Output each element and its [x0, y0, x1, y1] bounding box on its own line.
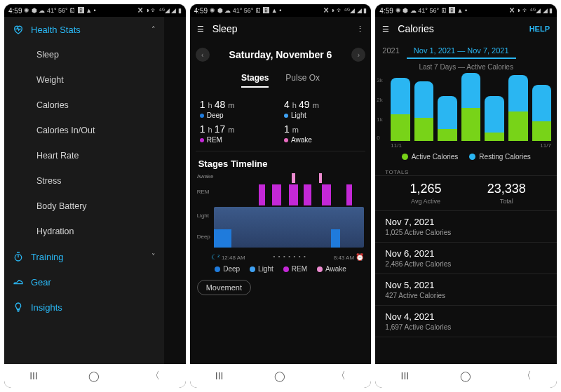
nav-recent-icon[interactable]: III — [215, 370, 224, 381]
calories-legend: Active Calories Resting Calories — [375, 149, 557, 165]
timeline-x-axis: ☾ᶻ 12:48 AM • • • • • • • 8:43 AM ⏰ — [196, 252, 366, 261]
stage-summary: 1 h 48 m Deep 4 h 49 m Light 1 h 17 m RE… — [196, 95, 366, 151]
page-title: Sleep — [212, 23, 238, 34]
stage-light: 4 h 49 m Light — [284, 99, 361, 119]
shoe-icon — [13, 276, 24, 288]
totals-header: TOTALS — [375, 165, 557, 175]
nav-back-icon[interactable]: 〈 — [336, 370, 346, 382]
dot-light — [284, 114, 288, 118]
stage-rem: 1 h 17 m REM — [200, 123, 277, 144]
appbar-sleep: ☰ Sleep ⋮ — [190, 17, 372, 41]
next-day-button[interactable]: › — [351, 48, 365, 62]
calories-chart[interactable]: 3k 2k 1k 0 — [375, 74, 557, 141]
panel-calories: 4:59 ✺ ⬢ ☁ 41° 56° 🗓 🅱 ▲ • ✕ ◗ ᯤ ⁴ᴳ◢ ◢ ▮… — [375, 4, 557, 388]
moon-icon: ☾ᶻ — [211, 253, 220, 261]
nav-sub-heart-rate[interactable]: Heart Rate — [4, 143, 164, 168]
nav-sub-calories-inout[interactable]: Calories In/Out — [4, 118, 164, 143]
sleep-timeline-chart[interactable]: Awake REM Light Deep — [197, 173, 365, 252]
nav-back-icon[interactable]: 〈 — [150, 370, 160, 382]
totals-section: TOTALS 1,265 Avg Active 23,338 Total — [375, 165, 557, 211]
hamburger-icon[interactable]: ☰ — [197, 25, 204, 34]
nav-sub-calories[interactable]: Calories — [4, 93, 164, 118]
total-calories: 23,338 Total — [466, 182, 547, 205]
status-right-icons: ✕ ◗ ᯤ ⁴ᴳ◢ ◢ ▮ — [323, 7, 367, 14]
chart-caption: Last 7 Days — Active Calories — [375, 59, 557, 74]
nav-home-icon[interactable]: ◯ — [88, 370, 100, 381]
nav-home-icon[interactable]: ◯ — [274, 370, 285, 381]
status-bar: 4:59 ✺ ⬢ ☁ 41° 56° 🗓 🅱 ▲ • ✕ ◗ ᯤ ⁴ᴳ◢ ◢ ▮ — [4, 4, 186, 17]
calories-x-axis: 11/1 11/7 — [375, 141, 557, 149]
bar-11-1 — [391, 78, 410, 141]
tab-pulseox[interactable]: Pulse Ox — [285, 73, 320, 88]
range-prev[interactable]: 2021 — [375, 46, 406, 59]
chevron-up-icon: ˄ — [151, 25, 156, 34]
panel-menu: 4:59 ✺ ⬢ ☁ 41° 56° 🗓 🅱 ▲ • ✕ ◗ ᯤ ⁴ᴳ◢ ◢ ▮… — [4, 4, 186, 388]
nav-gear-label: Gear — [31, 277, 51, 288]
nav-recent-icon[interactable]: III — [29, 370, 38, 381]
nav-sub-stress[interactable]: Stress — [4, 168, 164, 194]
nav-sub-sleep[interactable]: Sleep — [4, 42, 164, 67]
status-time: 4:59 — [194, 7, 208, 15]
nav-recent-icon[interactable]: III — [401, 370, 410, 381]
appbar-calories: ☰ Calories HELP — [375, 17, 557, 41]
nav-sub-hydration[interactable]: Hydration — [4, 219, 164, 244]
bar-11-3 — [438, 96, 457, 141]
sleep-content: ‹ Saturday, November 6 › Stages Pulse Ox… — [190, 41, 372, 364]
range-current[interactable]: Nov 1, 2021 — Nov 7, 2021 — [407, 46, 516, 59]
drawer-content: Health Stats ˄ Sleep Weight Calories Cal… — [4, 17, 186, 364]
status-bar: 4:59 ✺ ⬢ ☁ 41° 56° 🗓 🅱 ▲ • ✕ ◗ ᯤ ⁴ᴳ◢ ◢ ▮ — [375, 4, 557, 17]
timeline-title: Stages Timeline — [198, 158, 366, 169]
day-nov7[interactable]: Nov 7, 20211,025 Active Calories — [375, 211, 557, 243]
nav-back-icon[interactable]: 〈 — [522, 370, 532, 382]
android-nav: III ◯ 〈 — [375, 364, 557, 388]
android-nav: III ◯ 〈 — [4, 364, 186, 388]
status-right-icons: ✕ ◗ ᯤ ⁴ᴳ◢ ◢ ▮ — [137, 7, 182, 14]
chevron-down-icon: ˅ — [151, 252, 156, 262]
avg-active: 1,265 Avg Active — [385, 182, 466, 205]
nav-training[interactable]: Training ˅ — [4, 244, 164, 269]
bulb-icon — [13, 302, 24, 313]
day-nov5[interactable]: Nov 5, 2021427 Active Calories — [375, 274, 557, 306]
bar-11-6 — [508, 75, 528, 141]
prev-day-button[interactable]: ‹ — [196, 48, 210, 62]
nav-home-icon[interactable]: ◯ — [460, 370, 471, 381]
stage-deep: 1 h 48 m Deep — [200, 99, 277, 119]
help-button[interactable]: HELP — [529, 25, 550, 33]
range-tabs[interactable]: 2021 Nov 1, 2021 — Nov 7, 2021 — [375, 41, 557, 59]
calories-content: 2021 Nov 1, 2021 — Nov 7, 2021 Last 7 Da… — [375, 41, 557, 364]
stopwatch-icon — [13, 251, 24, 262]
panel-sleep: 4:59 ✺ ⬢ ☁ 41° 56° 🗓 🅱 ▲ • ✕ ◗ ᯤ ⁴ᴳ◢ ◢ ▮… — [190, 4, 372, 388]
nav-health-stats[interactable]: Health Stats ˄ — [4, 17, 164, 42]
status-left-icons: ✺ ⬢ ☁ 41° 56° 🗓 🅱 ▲ • — [210, 7, 281, 14]
movement-chip[interactable]: Movement — [197, 280, 251, 295]
nav-gear[interactable]: Gear — [4, 269, 164, 295]
nav-sub-body-battery[interactable]: Body Battery — [4, 194, 164, 219]
date-label: Saturday, November 6 — [229, 49, 332, 60]
nav-sub-weight[interactable]: Weight — [4, 67, 164, 93]
alarm-icon: ⏰ — [356, 253, 364, 261]
bar-11-4 — [461, 73, 481, 141]
bar-11-2 — [414, 81, 434, 141]
nav-health-stats-label: Health Stats — [31, 25, 81, 35]
status-time: 4:59 — [8, 7, 22, 15]
nav-training-label: Training — [31, 252, 63, 262]
track-awake — [214, 173, 365, 183]
bar-11-7 — [532, 85, 552, 141]
bar-11-5 — [485, 96, 504, 141]
day-nov4[interactable]: Nov 4, 20211,697 Active Calories — [375, 306, 557, 337]
hamburger-icon[interactable]: ☰ — [382, 25, 389, 34]
nav-drawer: Health Stats ˄ Sleep Weight Calories Cal… — [4, 17, 164, 364]
tab-stages[interactable]: Stages — [241, 73, 269, 88]
overflow-icon[interactable]: ⋮ — [356, 25, 364, 34]
date-nav: ‹ Saturday, November 6 › — [196, 41, 366, 69]
dot-rem — [200, 138, 204, 142]
timeline-legend: Deep Light REM Awake — [196, 265, 366, 273]
day-nov6[interactable]: Nov 6, 20212,486 Active Calories — [375, 243, 557, 274]
nav-insights-label: Insights — [31, 302, 62, 313]
nav-insights[interactable]: Insights — [4, 295, 164, 320]
page-title: Calories — [398, 23, 433, 34]
status-right-icons: ✕ ◗ ᯤ ⁴ᴳ◢ ◢ ▮ — [509, 7, 553, 14]
track-rem — [214, 184, 365, 205]
status-left-icons: ✺ ⬢ ☁ 41° 56° 🗓 🅱 ▲ • — [396, 7, 467, 14]
heart-icon — [13, 24, 24, 35]
